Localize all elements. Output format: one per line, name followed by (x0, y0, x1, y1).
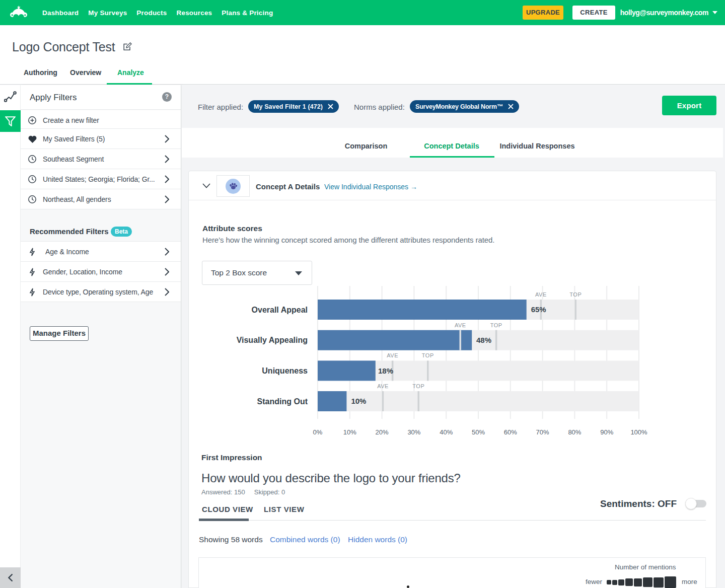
svg-text:Overall Appeal: Overall Appeal (252, 306, 308, 314)
svg-text:Visually Appealing: Visually Appealing (237, 336, 308, 344)
svg-text:AVE: AVE (377, 383, 389, 389)
svg-text:40%: 40% (440, 428, 453, 436)
svg-text:0%: 0% (313, 428, 323, 436)
svg-text:65%: 65% (531, 305, 546, 314)
svg-text:AVE: AVE (455, 322, 466, 328)
svg-text:70%: 70% (536, 428, 549, 436)
svg-text:48%: 48% (476, 336, 491, 344)
svg-text:AVE: AVE (535, 291, 547, 298)
svg-text:100%: 100% (630, 428, 647, 436)
svg-text:AVE: AVE (387, 352, 398, 358)
svg-text:Uniqueness: Uniqueness (262, 366, 308, 375)
svg-text:90%: 90% (600, 428, 613, 436)
svg-text:Standing Out: Standing Out (257, 397, 308, 406)
svg-text:TOP: TOP (422, 352, 434, 358)
svg-text:10%: 10% (343, 428, 356, 436)
svg-text:20%: 20% (376, 428, 389, 436)
svg-text:18%: 18% (378, 366, 393, 375)
svg-text:80%: 80% (568, 428, 581, 436)
svg-text:TOP: TOP (412, 383, 424, 389)
svg-text:50%: 50% (472, 428, 485, 436)
svg-text:10%: 10% (351, 397, 366, 405)
svg-text:60%: 60% (504, 428, 517, 436)
svg-text:30%: 30% (407, 428, 420, 436)
svg-text:TOP: TOP (569, 291, 582, 298)
svg-text:TOP: TOP (490, 322, 502, 328)
